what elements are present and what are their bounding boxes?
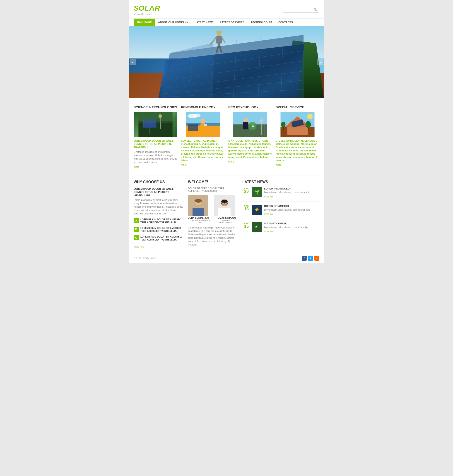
svg-line-16 bbox=[222, 37, 225, 42]
svg-point-49 bbox=[243, 118, 248, 122]
welcome-subtitle: DOLOR SIT AMET, CONSEC TEER ADIPISCENT V… bbox=[188, 187, 238, 192]
svg-rect-38 bbox=[204, 124, 207, 126]
svg-line-15 bbox=[210, 37, 216, 45]
news-title: LATEST NEWS bbox=[242, 180, 319, 184]
col-eco-more[interactable]: more bbox=[228, 160, 234, 163]
john-photo bbox=[188, 195, 208, 216]
svg-point-75 bbox=[195, 199, 202, 203]
news-icon-1: 🌱 bbox=[252, 187, 262, 197]
col-renewable-more[interactable]: more bbox=[181, 163, 187, 166]
welcome-body: Consec tetuer adipicing it. Praesebul na… bbox=[188, 226, 238, 246]
why-item-b: B LOREM IPSUM DOLOR SIT AMETSEC TEER ADI… bbox=[134, 227, 184, 232]
svg-rect-61 bbox=[287, 127, 308, 135]
why-letter-a: A bbox=[134, 218, 139, 223]
why-item-b-text: LOREM IPSUM DOLOR SIT AMETSEC TEER ADIPI… bbox=[141, 227, 184, 232]
nav-technologies[interactable]: TECHNOLOGIES bbox=[248, 19, 275, 26]
svg-point-46 bbox=[194, 114, 201, 117]
why-item-c-text: LOREM IPSUM DOLOR SIT AMENTSEC TEER ADIP… bbox=[141, 235, 184, 241]
header: SOLAR renewable energy 🔍 bbox=[129, 0, 324, 18]
news-more-1[interactable]: more info bbox=[264, 195, 274, 198]
news-3-img: ☀ bbox=[252, 222, 262, 232]
welcome-section: WELCOME! DOLOR SIT AMET, CONSEC TEER ADI… bbox=[188, 180, 238, 248]
col-special-more[interactable]: more bbox=[276, 163, 281, 166]
nav-news[interactable]: LATEST NEWS bbox=[192, 19, 217, 26]
nav-about[interactable]: ABOUT OUR COMPANY bbox=[155, 19, 192, 26]
why-item-c: C LOREM IPSUM DOLOR SIT AMENTSEC TEER AD… bbox=[134, 235, 184, 241]
footer: 2014 © Privacy Policy f t r bbox=[129, 253, 324, 263]
col-eco-title: ECO PSYCHOLOGY bbox=[228, 105, 272, 109]
nav-main-page[interactable]: MAIN PAGE bbox=[134, 19, 155, 26]
rss-icon[interactable]: r bbox=[314, 256, 319, 261]
search-input[interactable] bbox=[285, 8, 314, 11]
slider-next-button[interactable]: › bbox=[317, 59, 323, 65]
john-name: JOHN SOMMERSMITH bbox=[188, 217, 212, 219]
twitter-icon[interactable]: t bbox=[308, 256, 313, 261]
svg-point-80 bbox=[221, 200, 228, 203]
news-date-1: june 20 bbox=[242, 187, 250, 198]
svg-point-67 bbox=[305, 121, 311, 128]
why-item-a-text: LOREM IPSUM DOLOR SIT AMETSEC TEER ADIPI… bbox=[141, 218, 184, 224]
news-1-img: 🌱 bbox=[252, 187, 262, 197]
svg-text:⚡: ⚡ bbox=[254, 207, 260, 212]
svg-rect-29 bbox=[150, 127, 150, 134]
why-item-a: A LOREM IPSUM DOLOR SIT AMETSEC TEER ADI… bbox=[134, 218, 184, 224]
search-icon[interactable]: 🔍 bbox=[314, 8, 317, 12]
col-renewable-title: RENEWABLE ENERGY bbox=[181, 105, 225, 109]
col-science-text: S natoque penatibus et gnis dent mo male… bbox=[134, 150, 177, 164]
four-columns: SCIENCE & TECHNOLOGIES bbox=[134, 105, 319, 168]
tomas-photo bbox=[214, 195, 235, 216]
nav-contacts[interactable]: CONTACTS bbox=[275, 19, 296, 26]
footer-copyright: 2014 © Privacy Policy bbox=[134, 257, 156, 259]
news-date-3: june 15 bbox=[242, 222, 250, 233]
navigation: MAIN PAGE ABOUT OUR COMPANY LATEST NEWS … bbox=[129, 18, 324, 26]
logo: SOLAR bbox=[134, 4, 160, 13]
news-more-3[interactable]: more info bbox=[264, 230, 274, 233]
col-eco-link[interactable]: S NATOQUE PENATIBUS ET GNIS Etessetuiidi… bbox=[228, 139, 272, 159]
svg-rect-50 bbox=[243, 122, 248, 130]
team-photos: JOHN SOMMERSMITH Loremp ipsum dolor sit … bbox=[188, 195, 238, 224]
news-day-2: 18 bbox=[242, 207, 250, 211]
svg-text:♻: ♻ bbox=[251, 124, 254, 128]
col-science-link[interactable]: LOREM IPSUM DOLOR SIT AMET. CONSEC TETUR… bbox=[134, 139, 177, 149]
svg-point-69 bbox=[281, 122, 286, 127]
col-special-link[interactable]: ETESSETUIIDICULN. NULLADUICE Malesua da … bbox=[276, 139, 319, 162]
search-box: 🔍 bbox=[283, 7, 319, 13]
news-title-3: SIT AMET CONSEC bbox=[264, 222, 319, 225]
news-content-3: SIT AMET CONSEC Lorem ipsum dolor sit am… bbox=[264, 222, 319, 233]
why-more-link[interactable]: more info bbox=[134, 245, 144, 248]
news-content-2: DOLOR SIT AMETSIT Lorem ipsum dolor sit … bbox=[264, 205, 319, 216]
why-letter-c: C bbox=[134, 235, 139, 240]
tagline: renewable energy bbox=[134, 13, 160, 15]
slider-prev-button[interactable]: ‹ bbox=[130, 59, 136, 65]
news-icon-2: ⚡ bbox=[252, 205, 262, 215]
eco-img-svg: ♻ bbox=[228, 112, 272, 137]
news-icon-3: ☀ bbox=[252, 222, 262, 232]
why-choose-section: WHY CHOOSE US LOREM IPSUM DOLOR SIT AMET… bbox=[134, 180, 184, 248]
col-renewable: RENEWABLE ENERGY bbox=[181, 105, 225, 168]
col-science-title: SCIENCE & TECHNOLOGIES bbox=[134, 105, 177, 109]
svg-rect-78 bbox=[218, 208, 231, 216]
news-text-3: Lorem ipsum dolor sit amet, conc tetur a… bbox=[264, 226, 319, 229]
news-item-1: june 20 🌱 LOREM IPSUM DOLOR Lorem ipsum … bbox=[242, 187, 319, 202]
john-role: Loremp ipsum dolor sit am. bbox=[188, 219, 212, 224]
svg-rect-14 bbox=[216, 36, 222, 43]
tomas-name: TOMAS SIMPSON bbox=[214, 217, 238, 219]
logo-area: SOLAR renewable energy bbox=[134, 4, 160, 15]
news-title-1: LOREM IPSUM DOLOR bbox=[264, 187, 319, 190]
col-science-more[interactable]: more bbox=[134, 166, 139, 168]
nav-services[interactable]: LATEST SERVICES bbox=[217, 19, 248, 26]
col-science: SCIENCE & TECHNOLOGIES bbox=[134, 105, 177, 168]
col-eco: ECO PSYCHOLOGY ♻ bbox=[228, 105, 272, 168]
svg-point-19 bbox=[209, 44, 211, 47]
col-renewable-link[interactable]: CONSEC TETUER ADIPICING IT. Etessetuiidi… bbox=[181, 139, 225, 162]
svg-point-70 bbox=[307, 114, 313, 119]
science-img-svg bbox=[134, 112, 177, 137]
news-content-1: LOREM IPSUM DOLOR Lorem ipsum dolor sit … bbox=[264, 187, 319, 198]
social-icons: f t r bbox=[302, 256, 319, 261]
facebook-icon[interactable]: f bbox=[302, 256, 307, 261]
col-science-image bbox=[134, 112, 177, 137]
tomas-photo-svg bbox=[214, 195, 235, 216]
news-more-2[interactable]: more info bbox=[264, 213, 274, 215]
why-subtitle: LOREM IPSUM DOLOR SIT AMET. CONSEC TETUR… bbox=[134, 187, 184, 197]
news-text-1: Lorem ipsum dolor sit amet, consec tetur… bbox=[264, 191, 319, 194]
